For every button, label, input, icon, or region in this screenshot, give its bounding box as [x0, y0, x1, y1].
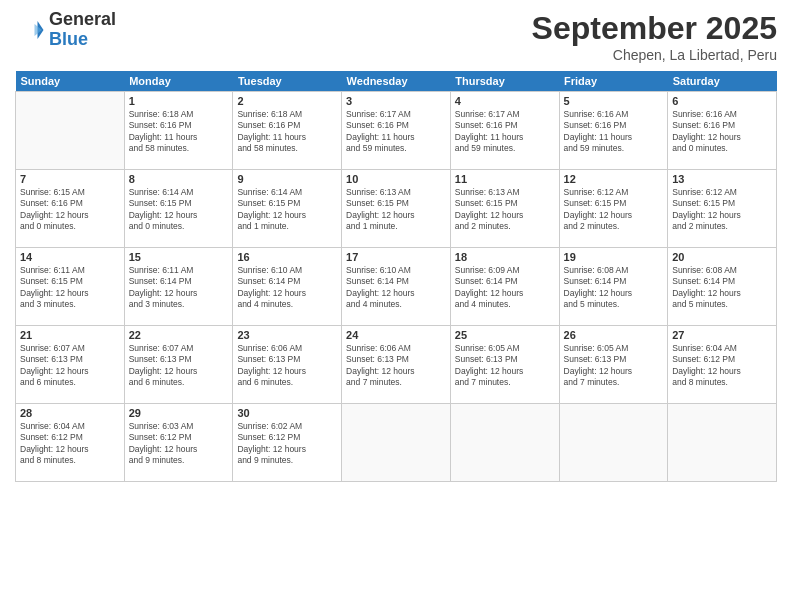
day-info: Sunrise: 6:06 AMSunset: 6:13 PMDaylight:… — [237, 343, 337, 389]
calendar-cell — [668, 404, 777, 482]
calendar-week-4: 21Sunrise: 6:07 AMSunset: 6:13 PMDayligh… — [16, 326, 777, 404]
calendar-cell: 24Sunrise: 6:06 AMSunset: 6:13 PMDayligh… — [342, 326, 451, 404]
day-info: Sunrise: 6:17 AMSunset: 6:16 PMDaylight:… — [455, 109, 555, 155]
calendar-cell: 10Sunrise: 6:13 AMSunset: 6:15 PMDayligh… — [342, 170, 451, 248]
day-info: Sunrise: 6:07 AMSunset: 6:13 PMDaylight:… — [20, 343, 120, 389]
day-info: Sunrise: 6:08 AMSunset: 6:14 PMDaylight:… — [672, 265, 772, 311]
weekday-header-wednesday: Wednesday — [342, 71, 451, 92]
calendar-cell: 27Sunrise: 6:04 AMSunset: 6:12 PMDayligh… — [668, 326, 777, 404]
logo: General Blue — [15, 10, 116, 50]
calendar-week-5: 28Sunrise: 6:04 AMSunset: 6:12 PMDayligh… — [16, 404, 777, 482]
day-number: 1 — [129, 95, 229, 107]
calendar-cell: 19Sunrise: 6:08 AMSunset: 6:14 PMDayligh… — [559, 248, 668, 326]
day-number: 9 — [237, 173, 337, 185]
title-block: September 2025 Chepen, La Libertad, Peru — [532, 10, 777, 63]
calendar-cell: 25Sunrise: 6:05 AMSunset: 6:13 PMDayligh… — [450, 326, 559, 404]
day-info: Sunrise: 6:10 AMSunset: 6:14 PMDaylight:… — [346, 265, 446, 311]
weekday-header-saturday: Saturday — [668, 71, 777, 92]
day-number: 6 — [672, 95, 772, 107]
day-info: Sunrise: 6:06 AMSunset: 6:13 PMDaylight:… — [346, 343, 446, 389]
day-number: 26 — [564, 329, 664, 341]
day-number: 12 — [564, 173, 664, 185]
day-info: Sunrise: 6:02 AMSunset: 6:12 PMDaylight:… — [237, 421, 337, 467]
calendar-cell: 23Sunrise: 6:06 AMSunset: 6:13 PMDayligh… — [233, 326, 342, 404]
day-info: Sunrise: 6:14 AMSunset: 6:15 PMDaylight:… — [129, 187, 229, 233]
logo-icon — [15, 15, 45, 45]
day-number: 13 — [672, 173, 772, 185]
day-info: Sunrise: 6:17 AMSunset: 6:16 PMDaylight:… — [346, 109, 446, 155]
day-info: Sunrise: 6:12 AMSunset: 6:15 PMDaylight:… — [564, 187, 664, 233]
calendar-cell: 3Sunrise: 6:17 AMSunset: 6:16 PMDaylight… — [342, 92, 451, 170]
calendar-cell: 18Sunrise: 6:09 AMSunset: 6:14 PMDayligh… — [450, 248, 559, 326]
day-info: Sunrise: 6:10 AMSunset: 6:14 PMDaylight:… — [237, 265, 337, 311]
day-number: 17 — [346, 251, 446, 263]
day-info: Sunrise: 6:13 AMSunset: 6:15 PMDaylight:… — [346, 187, 446, 233]
calendar-cell: 28Sunrise: 6:04 AMSunset: 6:12 PMDayligh… — [16, 404, 125, 482]
logo-text: General Blue — [49, 10, 116, 50]
calendar-cell: 16Sunrise: 6:10 AMSunset: 6:14 PMDayligh… — [233, 248, 342, 326]
calendar-cell: 8Sunrise: 6:14 AMSunset: 6:15 PMDaylight… — [124, 170, 233, 248]
calendar-cell: 14Sunrise: 6:11 AMSunset: 6:15 PMDayligh… — [16, 248, 125, 326]
calendar-cell: 20Sunrise: 6:08 AMSunset: 6:14 PMDayligh… — [668, 248, 777, 326]
day-number: 16 — [237, 251, 337, 263]
day-number: 7 — [20, 173, 120, 185]
day-number: 23 — [237, 329, 337, 341]
calendar-cell — [450, 404, 559, 482]
location-subtitle: Chepen, La Libertad, Peru — [532, 47, 777, 63]
calendar-cell: 17Sunrise: 6:10 AMSunset: 6:14 PMDayligh… — [342, 248, 451, 326]
calendar-cell: 9Sunrise: 6:14 AMSunset: 6:15 PMDaylight… — [233, 170, 342, 248]
calendar-cell: 22Sunrise: 6:07 AMSunset: 6:13 PMDayligh… — [124, 326, 233, 404]
calendar-cell: 5Sunrise: 6:16 AMSunset: 6:16 PMDaylight… — [559, 92, 668, 170]
calendar-cell: 4Sunrise: 6:17 AMSunset: 6:16 PMDaylight… — [450, 92, 559, 170]
day-number: 27 — [672, 329, 772, 341]
day-info: Sunrise: 6:13 AMSunset: 6:15 PMDaylight:… — [455, 187, 555, 233]
weekday-header-sunday: Sunday — [16, 71, 125, 92]
day-number: 5 — [564, 95, 664, 107]
calendar-cell: 11Sunrise: 6:13 AMSunset: 6:15 PMDayligh… — [450, 170, 559, 248]
day-info: Sunrise: 6:18 AMSunset: 6:16 PMDaylight:… — [129, 109, 229, 155]
day-number: 29 — [129, 407, 229, 419]
day-info: Sunrise: 6:05 AMSunset: 6:13 PMDaylight:… — [564, 343, 664, 389]
day-info: Sunrise: 6:08 AMSunset: 6:14 PMDaylight:… — [564, 265, 664, 311]
day-info: Sunrise: 6:04 AMSunset: 6:12 PMDaylight:… — [672, 343, 772, 389]
header: General Blue September 2025 Chepen, La L… — [15, 10, 777, 63]
weekday-header-friday: Friday — [559, 71, 668, 92]
weekday-header-monday: Monday — [124, 71, 233, 92]
day-number: 19 — [564, 251, 664, 263]
calendar-cell: 21Sunrise: 6:07 AMSunset: 6:13 PMDayligh… — [16, 326, 125, 404]
calendar-table: SundayMondayTuesdayWednesdayThursdayFrid… — [15, 71, 777, 482]
weekday-header-row: SundayMondayTuesdayWednesdayThursdayFrid… — [16, 71, 777, 92]
day-number: 28 — [20, 407, 120, 419]
day-info: Sunrise: 6:05 AMSunset: 6:13 PMDaylight:… — [455, 343, 555, 389]
day-number: 24 — [346, 329, 446, 341]
day-number: 15 — [129, 251, 229, 263]
calendar-cell — [342, 404, 451, 482]
calendar-cell: 30Sunrise: 6:02 AMSunset: 6:12 PMDayligh… — [233, 404, 342, 482]
day-info: Sunrise: 6:16 AMSunset: 6:16 PMDaylight:… — [672, 109, 772, 155]
weekday-header-thursday: Thursday — [450, 71, 559, 92]
month-title: September 2025 — [532, 10, 777, 47]
day-number: 14 — [20, 251, 120, 263]
calendar-cell: 2Sunrise: 6:18 AMSunset: 6:16 PMDaylight… — [233, 92, 342, 170]
calendar-week-2: 7Sunrise: 6:15 AMSunset: 6:16 PMDaylight… — [16, 170, 777, 248]
day-number: 25 — [455, 329, 555, 341]
day-number: 30 — [237, 407, 337, 419]
day-info: Sunrise: 6:11 AMSunset: 6:15 PMDaylight:… — [20, 265, 120, 311]
day-number: 2 — [237, 95, 337, 107]
day-info: Sunrise: 6:07 AMSunset: 6:13 PMDaylight:… — [129, 343, 229, 389]
calendar-cell: 12Sunrise: 6:12 AMSunset: 6:15 PMDayligh… — [559, 170, 668, 248]
day-number: 10 — [346, 173, 446, 185]
calendar-cell — [16, 92, 125, 170]
day-number: 3 — [346, 95, 446, 107]
day-number: 18 — [455, 251, 555, 263]
calendar-cell: 26Sunrise: 6:05 AMSunset: 6:13 PMDayligh… — [559, 326, 668, 404]
day-number: 21 — [20, 329, 120, 341]
logo-blue: Blue — [49, 30, 116, 50]
calendar-cell — [559, 404, 668, 482]
day-info: Sunrise: 6:11 AMSunset: 6:14 PMDaylight:… — [129, 265, 229, 311]
logo-general: General — [49, 10, 116, 30]
day-info: Sunrise: 6:16 AMSunset: 6:16 PMDaylight:… — [564, 109, 664, 155]
day-info: Sunrise: 6:03 AMSunset: 6:12 PMDaylight:… — [129, 421, 229, 467]
calendar-cell: 7Sunrise: 6:15 AMSunset: 6:16 PMDaylight… — [16, 170, 125, 248]
day-info: Sunrise: 6:04 AMSunset: 6:12 PMDaylight:… — [20, 421, 120, 467]
